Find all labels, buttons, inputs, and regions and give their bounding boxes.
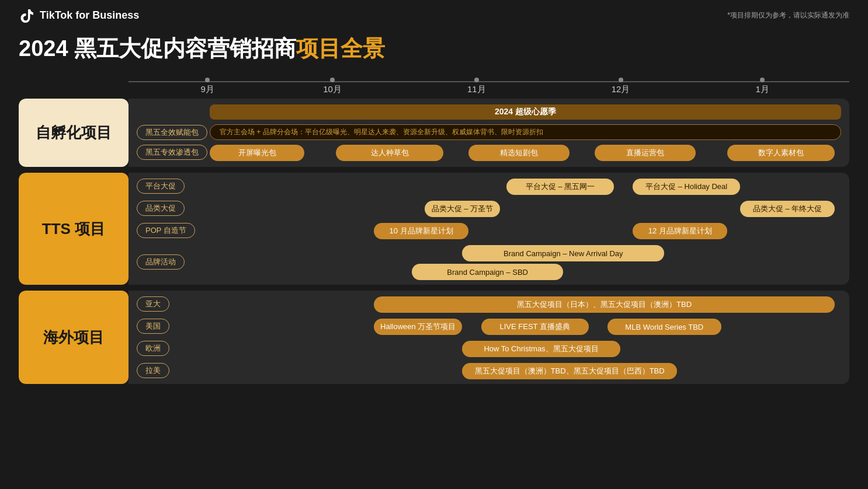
hatch-tag-2: 黑五专效渗透包 xyxy=(137,145,207,160)
tts-tag-category: 品类大促 xyxy=(137,201,185,216)
overseas-tag-latam: 拉美 xyxy=(137,363,169,378)
tts-category-2: 品类大促 – 年终大促 xyxy=(740,201,835,217)
hatch-row-2: 黑五专效渗透包 开屏曝光包 达人种草包 精选短剧包 直播运营包 数字人素材包 xyxy=(137,144,841,161)
title-main: 2024 黑五大促内容营销招商 xyxy=(19,36,296,61)
overseas-europe-1: How To Christmas、黑五大促项目 xyxy=(462,341,620,357)
tts-brand-1: Brand Campaign – New Arrival Day xyxy=(462,245,664,261)
header: TikTok for Business *项目排期仅为参考，请以实际通发为准 xyxy=(0,0,868,28)
tts-tag-brand: 品牌活动 xyxy=(137,254,185,270)
pkg-3: 精选短剧包 xyxy=(468,145,570,161)
overseas-tag-europe: 欧洲 xyxy=(137,341,169,356)
content-area: 自孵化项目 2024 超级心愿季 黑五全效赋能包 官方主会场 + 品牌分会场：平… xyxy=(0,99,868,384)
header-note: *项目排期仅为参考，请以实际通发为准 xyxy=(727,11,849,20)
overseas-asia-1: 黑五大促项目（日本）、黑五大促项目（澳洲）TBD xyxy=(374,296,835,313)
tiktok-icon xyxy=(19,7,35,23)
title-highlight: 项目全景 xyxy=(296,36,385,61)
overseas-tag-asia: 亚大 xyxy=(137,296,169,312)
logo: TikTok for Business xyxy=(19,7,139,23)
timeline: 9月 10月 11月 12月 1月 xyxy=(129,73,849,94)
overseas-us-3: MLB World Series TBD xyxy=(607,319,721,335)
tts-category-1: 品类大促 – 万圣节 xyxy=(425,201,501,217)
tts-platform-1: 平台大促 – 黑五网一 xyxy=(506,179,614,195)
pkg-2: 达人种草包 xyxy=(336,145,443,161)
overseas-row-latam: 拉美 黑五大促项目（澳洲）TBD、黑五大促项目（巴西）TBD xyxy=(137,362,841,379)
month-dec: 12月 xyxy=(612,78,630,95)
hatch-row-1: 黑五全效赋能包 官方主会场 + 品牌分会场：平台亿级曝光、明星达人来袭、资源全新… xyxy=(137,124,841,140)
overseas-content: 亚大 黑五大促项目（日本）、黑五大促项目（澳洲）TBD 美国 Halloween… xyxy=(129,291,849,384)
tts-brand-2: Brand Campaign – SBD xyxy=(412,264,563,280)
month-nov: 11月 xyxy=(467,78,486,95)
overseas-us-1: Halloween 万圣节项目 xyxy=(374,319,462,335)
logo-text: TikTok for Business xyxy=(40,9,139,22)
tts-content: 平台大促 平台大促 – 黑五网一 平台大促 – Holiday Deal 品类大… xyxy=(129,173,849,285)
tts-pop-2: 12 月品牌新星计划 xyxy=(633,223,727,239)
tts-section: TTS 项目 平台大促 平台大促 – 黑五网一 平台大促 – Holiday D… xyxy=(19,173,849,285)
pkg-4: 直播运营包 xyxy=(595,145,696,161)
overseas-us-2: LIVE FEST 直播盛典 xyxy=(481,319,589,335)
tts-platform-2: 平台大促 – Holiday Deal xyxy=(633,179,740,195)
overseas-section: 海外项目 亚大 黑五大促项目（日本）、黑五大促项目（澳洲）TBD 美国 xyxy=(19,291,849,384)
super-season-title: 2024 超级心愿季 xyxy=(210,104,841,120)
overseas-tag-us: 美国 xyxy=(137,319,169,334)
overseas-row-europe: 欧洲 How To Christmas、黑五大促项目 xyxy=(137,340,841,357)
pkg-1: 开屏曝光包 xyxy=(210,145,304,161)
tts-pop-1: 10 月品牌新星计划 xyxy=(374,223,468,239)
tts-row-category: 品类大促 品类大促 – 万圣节 品类大促 – 年终大促 xyxy=(137,200,841,217)
month-jan: 1月 xyxy=(756,78,769,95)
month-sep: 9月 xyxy=(200,78,214,95)
overseas-row-us: 美国 Halloween 万圣节项目 LIVE FEST 直播盛典 MLB Wo… xyxy=(137,317,841,335)
hatch-section: 自孵化项目 2024 超级心愿季 黑五全效赋能包 官方主会场 + 品牌分会场：平… xyxy=(19,99,849,167)
hatch-label: 自孵化项目 xyxy=(19,99,129,167)
overseas-row-asia: 亚大 黑五大促项目（日本）、黑五大促项目（澳洲）TBD xyxy=(137,295,841,313)
tts-tag-pop: POP 自造节 xyxy=(137,223,195,238)
overseas-latam-1: 黑五大促项目（澳洲）TBD、黑五大促项目（巴西）TBD xyxy=(462,363,677,379)
overseas-label: 海外项目 xyxy=(19,291,129,384)
tts-label: TTS 项目 xyxy=(19,173,129,285)
hatch-content: 2024 超级心愿季 黑五全效赋能包 官方主会场 + 品牌分会场：平台亿级曝光、… xyxy=(129,99,849,167)
hatch-desc: 官方主会场 + 品牌分会场：平台亿级曝光、明星达人来袭、资源全新升级、权威媒体背… xyxy=(210,124,841,140)
pkg-5: 数字人素材包 xyxy=(727,145,835,161)
tts-row-brand: 品牌活动 Brand Campaign – New Arrival Day Br… xyxy=(137,244,841,280)
tts-row-pop: POP 自造节 10 月品牌新星计划 12 月品牌新星计划 xyxy=(137,222,841,239)
tts-tag-platform: 平台大促 xyxy=(137,179,185,194)
month-oct: 10月 xyxy=(323,78,342,95)
page-title: 2024 黑五大促内容营销招商项目全景 xyxy=(0,28,868,73)
tts-row-platform: 平台大促 平台大促 – 黑五网一 平台大促 – Holiday Deal xyxy=(137,177,841,195)
hatch-tag-1: 黑五全效赋能包 xyxy=(137,125,207,140)
